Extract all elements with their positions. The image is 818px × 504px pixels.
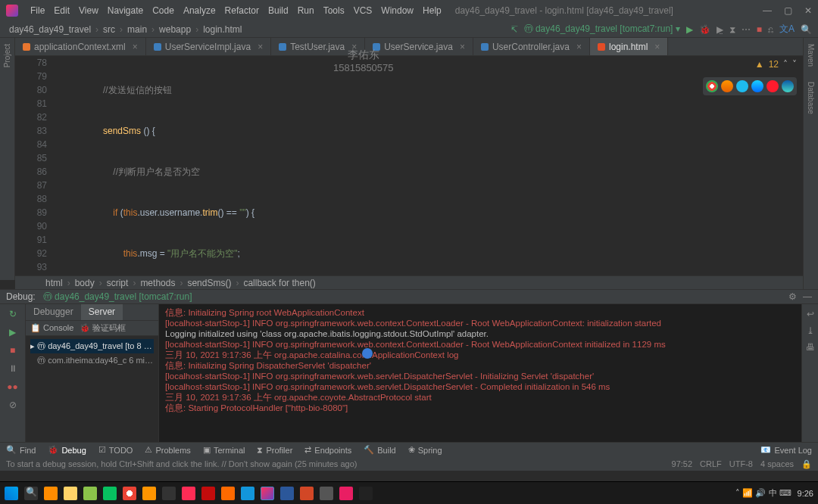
wechat-icon[interactable] — [103, 487, 117, 500]
breadcrumb-main[interactable]: main — [124, 24, 150, 35]
frame-row[interactable]: ▸ ⓜ day46_day49_travel [to 8 min, 57 sec — [30, 339, 154, 353]
crumb-methods[interactable]: methods — [140, 278, 175, 288]
tool-profiler[interactable]: ⧗ Profiler — [257, 445, 292, 455]
menu-edit[interactable]: Edit — [49, 5, 74, 16]
firefox-taskbar-icon[interactable] — [142, 487, 156, 500]
search-taskbar-icon[interactable]: 🔍 — [24, 487, 38, 500]
chrome-taskbar-icon[interactable] — [123, 487, 136, 500]
crumb-body[interactable]: body — [75, 278, 95, 288]
typora-icon[interactable] — [162, 487, 176, 500]
crumb-script[interactable]: script — [107, 278, 129, 288]
breadcrumb-file[interactable]: login.html — [200, 24, 245, 35]
app-icon[interactable] — [221, 487, 235, 500]
resume-icon[interactable]: ▶ — [9, 327, 16, 338]
tool-build[interactable]: 🔨 Build — [364, 445, 395, 455]
tool-spring[interactable]: ❀ Spring — [408, 445, 442, 455]
line-separator[interactable]: CRLF — [700, 459, 722, 469]
system-tray[interactable]: ˄ 📶 🔊 中 ⌨ — [735, 487, 791, 499]
file-encoding[interactable]: UTF-8 — [729, 459, 753, 469]
menu-window[interactable]: Window — [376, 5, 418, 16]
menu-view[interactable]: View — [74, 5, 103, 16]
indent-setting[interactable]: 4 spaces — [760, 459, 794, 469]
explorer-icon[interactable] — [64, 487, 77, 500]
caret-position[interactable]: 97:52 — [672, 459, 693, 469]
code-editor[interactable]: ▲ 12 ˄ ˅ 7879808182838485868788899091929… — [15, 56, 803, 275]
tab-login-html[interactable]: login.html× — [590, 38, 668, 55]
start-icon[interactable] — [5, 487, 18, 500]
console-output[interactable]: 信息: Initializing Spring root WebApplicat… — [159, 304, 801, 442]
debug-config[interactable]: ⓜ day46_day49_travel [tomcat7:run] — [43, 291, 192, 303]
tool-todo[interactable]: ☑ TODO — [98, 445, 133, 455]
tab-userserviceimpl[interactable]: UserServiceImpl.java× — [146, 38, 271, 55]
close-icon[interactable]: ✕ — [804, 5, 812, 16]
server-tab[interactable]: Server — [81, 304, 123, 320]
menu-run[interactable]: Run — [293, 5, 319, 16]
soft-wrap-icon[interactable]: ↩ — [807, 309, 814, 319]
tool-maven[interactable]: Maven — [807, 44, 815, 67]
git-icon[interactable]: ⎌ — [768, 24, 773, 35]
run-icon[interactable]: ▶ — [686, 24, 693, 35]
tool-endpoints[interactable]: ⇄ Endpoints — [304, 445, 351, 455]
debugger-tab[interactable]: Debugger — [26, 304, 81, 320]
crumb-sendsms[interactable]: sendSms() — [187, 278, 231, 288]
menu-build[interactable]: Build — [264, 5, 293, 16]
ppt-icon[interactable] — [300, 487, 314, 500]
frame-row[interactable]: ⓜ com.itheima:day46_c 6 min, 55 sec — [30, 353, 154, 368]
run-config-selector[interactable]: ⓜ day46_day49_travel [tomcat7:run] ▾ — [524, 23, 680, 36]
view-breakpoints-icon[interactable]: ●● — [7, 381, 18, 392]
menu-refactor[interactable]: Refactor — [220, 5, 264, 16]
breadcrumb-project[interactable]: day46_day49_travel — [6, 24, 94, 35]
menu-code[interactable]: Code — [148, 5, 179, 16]
stop-icon[interactable]: ■ — [757, 24, 762, 35]
word-icon[interactable] — [280, 487, 294, 500]
tool-find[interactable]: 🔍 Find — [6, 445, 36, 455]
maximize-icon[interactable]: ▢ — [784, 5, 792, 16]
menu-vcs[interactable]: VCS — [349, 5, 377, 16]
tool-debug[interactable]: 🐞 Debug — [48, 445, 86, 455]
intellij-icon[interactable] — [261, 487, 274, 500]
crumb-callback[interactable]: callback for then() — [243, 278, 315, 288]
coverage-icon[interactable]: ▶̤ — [717, 24, 723, 35]
menu-tools[interactable]: Tools — [319, 5, 349, 16]
tab-usercontroller[interactable]: UserController.java× — [473, 38, 590, 55]
tab-testuser[interactable]: TestUser.java× — [271, 38, 365, 55]
notepadpp-icon[interactable] — [83, 487, 97, 500]
translate-icon[interactable]: 文A — [779, 23, 795, 36]
tab-applicationcontext[interactable]: applicationContext.xml× — [15, 38, 146, 55]
tool-problems[interactable]: ⚠ Problems — [145, 445, 190, 455]
tool-project[interactable]: Project — [3, 44, 11, 67]
app-icon-3[interactable] — [320, 487, 333, 500]
scroll-end-icon[interactable]: ⤓ — [807, 325, 814, 336]
menu-help[interactable]: Help — [418, 5, 446, 16]
debug-icon[interactable]: 🐞 — [699, 24, 710, 35]
rerun-icon[interactable]: ↻ — [9, 309, 17, 319]
lock-icon[interactable]: 🔒 — [801, 459, 812, 469]
tab-close-icon[interactable]: × — [133, 42, 138, 52]
menu-navigate[interactable]: Navigate — [103, 5, 148, 16]
douyin-icon[interactable] — [182, 487, 195, 500]
gear-icon[interactable]: ⚙ — [788, 291, 797, 302]
tab-userservice[interactable]: UserService.java× — [365, 38, 473, 55]
hide-icon[interactable]: — — [803, 291, 812, 302]
build-hammer-icon[interactable]: ↸ — [510, 24, 518, 35]
netease-icon[interactable] — [201, 487, 215, 500]
breadcrumb-src[interactable]: src — [100, 24, 118, 35]
app-icon-4[interactable] — [339, 487, 353, 500]
console-toggle[interactable]: 📋 Console — [30, 323, 73, 333]
profile-icon[interactable]: ⧗ — [729, 24, 735, 35]
search-icon[interactable]: 🔍 — [801, 24, 812, 35]
print-icon[interactable]: 🖶 — [806, 342, 815, 353]
mute-breakpoints-icon[interactable]: ⊘ — [9, 400, 17, 410]
tool-terminal[interactable]: ▣ Terminal — [203, 445, 245, 455]
stop-icon[interactable]: ■ — [10, 345, 15, 356]
everything-icon[interactable] — [44, 487, 58, 500]
minimize-icon[interactable]: — — [763, 5, 772, 16]
breadcrumb-webapp[interactable]: webapp — [156, 24, 194, 35]
tool-database[interactable]: Database — [807, 82, 815, 114]
attach-icon[interactable]: ⋯ — [742, 24, 751, 35]
app-icon-2[interactable] — [241, 487, 254, 500]
pause-icon[interactable]: ⏸ — [8, 363, 17, 374]
app-icon-5[interactable] — [359, 487, 373, 500]
menu-analyze[interactable]: Analyze — [179, 5, 220, 16]
crumb-html[interactable]: html — [45, 278, 63, 288]
